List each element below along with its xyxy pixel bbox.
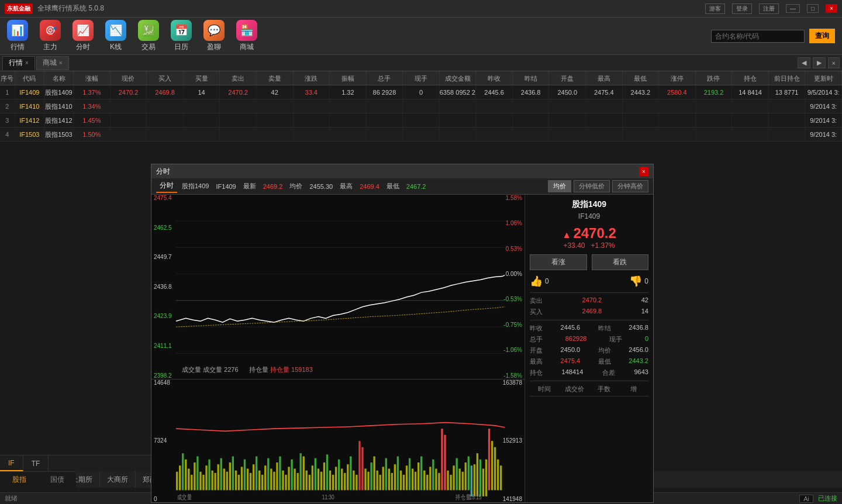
svg-text:11:30: 11:30 (322, 493, 334, 500)
app-logo: 东航金融 (5, 4, 33, 14)
tab-sc-close[interactable]: × (59, 60, 63, 66)
toolbar: 📊 行情 🎯 主力 📈 分时 📉 K线 💹 交易 📅 日历 💬 盈聊 🏪 商城 … (0, 18, 842, 55)
svg-rect-12 (194, 462, 195, 490)
table-row[interactable]: 4 IF1503 股指1503 1.50% 9/2014 3: (0, 127, 842, 141)
toolbar-fs[interactable]: 📈 分时 (73, 20, 94, 52)
tab-bar: 行情 × 商城 × ◀ ▶ × (0, 55, 842, 71)
td-rest-4a (111, 127, 147, 141)
search-button[interactable]: 查询 (809, 29, 835, 43)
subcat-guozhai[interactable]: 国债 (38, 472, 76, 487)
toolbar-rl[interactable]: 📅 日历 (171, 20, 192, 52)
td-rest-3i (403, 113, 440, 127)
td-yc-1: 2445.6 (476, 85, 513, 99)
rp-total-label: 总手 (530, 335, 543, 344)
tab-nav-right[interactable]: ▶ (813, 57, 826, 68)
chart-tab-fs[interactable]: 分时 (156, 179, 177, 193)
rp-arrow-icon: ▲ (562, 230, 571, 240)
subcat-guzhi[interactable]: 股指 (0, 472, 38, 487)
chart-low-val: 2467.2 (406, 183, 426, 190)
cat-tf-label: TF (32, 460, 40, 468)
svg-rect-99 (450, 475, 451, 490)
vote-up-button[interactable]: 看涨 (530, 254, 587, 270)
exch-daliguo[interactable]: 大商所 (100, 471, 136, 488)
td-upstop-1: 2580.4 (659, 85, 696, 99)
svg-rect-96 (441, 429, 443, 490)
minimize-button[interactable]: — (786, 4, 800, 13)
th-ud: 涨跌 (294, 71, 330, 85)
svg-rect-83 (403, 475, 405, 490)
th-total: 总手 (367, 71, 403, 85)
td-rest-4n (586, 127, 623, 141)
th-curr: 现手 (403, 71, 440, 85)
toolbar-sc[interactable]: 🏪 商城 (236, 20, 257, 52)
td-name-4: 股指1503 (44, 127, 74, 141)
cat-tf[interactable]: TF (23, 455, 49, 471)
nav-login[interactable]: 登录 (732, 4, 752, 14)
ai-label[interactable]: Ai (799, 495, 813, 503)
toolbar-zl[interactable]: 🎯 主力 (40, 20, 61, 52)
tab-hq[interactable]: 行情 × (2, 56, 35, 70)
svg-rect-89 (420, 456, 422, 490)
th-name: 名称 (44, 71, 74, 85)
zl-icon: 🎯 (40, 20, 61, 41)
table-row[interactable]: 2 IF1410 股指1410 1.34% 9/2014 3: (0, 99, 842, 113)
rp-row-high: 最高 2475.4 最低 2443.2 (530, 357, 648, 366)
svg-rect-34 (258, 470, 260, 490)
close-button[interactable]: × (826, 4, 837, 13)
y-label-4: 2423.9 (154, 313, 182, 319)
svg-rect-91 (426, 475, 428, 490)
search-input[interactable] (711, 30, 805, 43)
rp-vote-buttons: 看涨 看跌 (530, 254, 648, 270)
maximize-button[interactable]: □ (807, 4, 819, 13)
td-amount-1: 6358 0952 2800 (440, 85, 477, 99)
cat-if[interactable]: IF (0, 455, 23, 471)
nav-guest[interactable]: 游客 (705, 4, 725, 14)
svg-rect-77 (385, 458, 387, 490)
toolbar-hq[interactable]: 📊 行情 (7, 20, 28, 52)
svg-rect-15 (202, 475, 204, 490)
pct-4: -0.53% (494, 296, 522, 302)
tab-sc[interactable]: 商城 × (36, 56, 69, 70)
table-row[interactable]: 1 IF1409 股指1409 1.37% 2470.2 2469.8 14 2… (0, 85, 842, 99)
rp-yj-val: 2436.8 (629, 324, 648, 333)
toolbar-ctf[interactable]: 💹 交易 (138, 20, 159, 52)
tab-hq-label: 行情 (9, 58, 23, 68)
td-rest-4r (732, 127, 769, 141)
kx-icon: 📉 (105, 20, 126, 41)
chart-latest-val: 2469.2 (263, 183, 283, 190)
svg-rect-45 (291, 459, 292, 490)
svg-rect-79 (391, 472, 393, 489)
chart-modal-title: 分时 (156, 167, 170, 177)
svg-rect-48 (300, 453, 302, 490)
vol-y-labels: 14648 7324 0 (154, 379, 182, 502)
svg-rect-27 (238, 475, 240, 490)
pct-3: 0.00% (494, 271, 522, 277)
tab-nav-left[interactable]: ◀ (798, 57, 810, 68)
svg-rect-111 (485, 459, 487, 496)
svg-rect-14 (199, 471, 201, 490)
y-label-6: 2398.2 (154, 372, 182, 379)
rp-row-open: 开盘 2450.0 均价 2456.0 (530, 346, 648, 355)
svg-rect-69 (361, 447, 363, 490)
chart-minlow-btn[interactable]: 分钟低价 (574, 180, 610, 192)
vote-dn-button[interactable]: 看跌 (592, 254, 649, 270)
th-upstop: 涨停 (659, 71, 696, 85)
vote-up-count: 0 (545, 277, 549, 285)
svg-rect-29 (244, 459, 246, 490)
th-open: 开盘 (549, 71, 586, 85)
toolbar-kx[interactable]: 📉 K线 (105, 20, 126, 52)
td-hold-2 (732, 99, 769, 113)
rp-open-val: 2450.0 (561, 346, 581, 355)
nav-register[interactable]: 注册 (759, 4, 779, 14)
chart-avg-btn[interactable]: 均价 (548, 180, 571, 192)
toolbar-ql[interactable]: 💬 盈聊 (203, 20, 225, 52)
th-high: 最高 (586, 71, 623, 85)
tab-hq-close[interactable]: × (25, 60, 29, 66)
svg-rect-18 (211, 470, 213, 490)
svg-rect-92 (429, 467, 431, 490)
tab-nav-close[interactable]: × (828, 57, 840, 68)
chart-modal-close-button[interactable]: × (639, 167, 648, 176)
chart-minhigh-btn[interactable]: 分钟高价 (612, 180, 648, 192)
table-row[interactable]: 3 IF1412 股指1412 1.45% 9/2014 3: (0, 113, 842, 127)
td-rest-4i (403, 127, 440, 141)
